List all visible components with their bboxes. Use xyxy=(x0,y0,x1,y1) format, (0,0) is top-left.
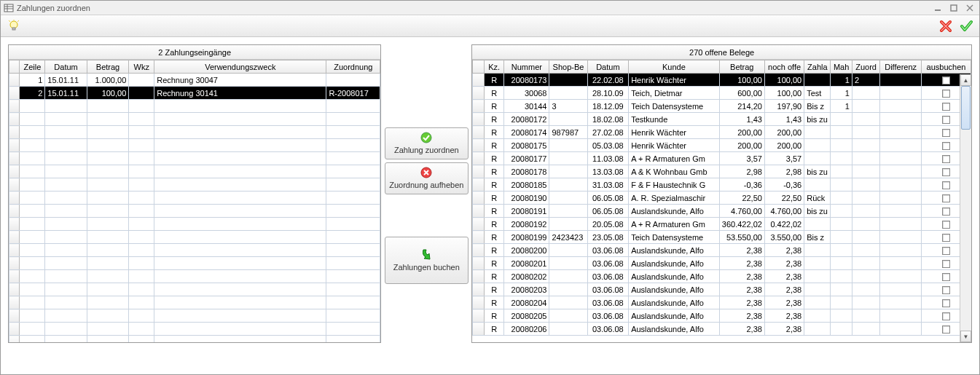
docs-col-2[interactable]: Shop-Be xyxy=(549,60,587,74)
ausbuchen-checkbox[interactable] xyxy=(942,90,950,98)
ausbuchen-checkbox[interactable] xyxy=(942,168,950,176)
ausbuchen-checkbox[interactable] xyxy=(942,299,950,307)
table-row[interactable] xyxy=(9,323,380,336)
maximize-button[interactable] xyxy=(947,3,960,13)
cancel-red-icon xyxy=(420,166,433,179)
table-row[interactable]: R2008019220.05.08A + R Armaturen Gm360.4… xyxy=(473,218,971,231)
table-row[interactable]: R2008020303.06.08Auslandskunde, Alfo2,38… xyxy=(473,283,971,296)
table-row[interactable] xyxy=(9,165,380,178)
action-column: Zahlung zuordnen Zuordnung aufheben Zahl… xyxy=(381,44,471,367)
scroll-track[interactable] xyxy=(960,86,971,331)
ausbuchen-checkbox[interactable] xyxy=(942,116,950,124)
confirm-button[interactable] xyxy=(957,17,975,35)
docs-col-6[interactable]: noch offe xyxy=(764,60,804,74)
vertical-scrollbar[interactable]: ▲ ▼ xyxy=(960,74,971,342)
svg-rect-5 xyxy=(951,5,957,11)
table-row[interactable] xyxy=(9,336,380,343)
payments-col-3[interactable]: Wkz xyxy=(129,60,154,74)
table-row[interactable] xyxy=(9,309,380,323)
table-row[interactable] xyxy=(9,296,380,309)
payments-col-1[interactable]: Datum xyxy=(45,60,87,74)
table-row[interactable]: R2008020503.06.08Auslandskunde, Alfo2,38… xyxy=(473,309,971,323)
table-row[interactable] xyxy=(9,244,380,257)
table-row[interactable]: R2008017711.03.08A + R Armaturen Gm3,573… xyxy=(473,152,971,165)
ausbuchen-checkbox[interactable] xyxy=(942,194,950,202)
table-row[interactable]: R2008020003.06.08Auslandskunde, Alfo2,38… xyxy=(473,244,971,257)
assign-payment-button[interactable]: Zahlung zuordnen xyxy=(385,127,469,159)
table-row[interactable]: R20080199242342323.05.08Teich Datensyste… xyxy=(473,231,971,244)
book-payments-button[interactable]: Zahlungen buchen xyxy=(385,237,469,284)
payments-col-0[interactable]: Zeile xyxy=(20,60,45,74)
ausbuchen-checkbox[interactable] xyxy=(942,103,950,111)
ausbuchen-checkbox[interactable] xyxy=(942,260,950,268)
docs-col-5[interactable]: Betrag xyxy=(719,60,764,74)
ausbuchen-checkbox[interactable] xyxy=(942,247,950,255)
unassign-payment-button[interactable]: Zuordnung aufheben xyxy=(385,162,469,194)
hint-button[interactable] xyxy=(5,17,23,35)
table-row[interactable]: R2008017498798727.02.08Henrik Wächter200… xyxy=(473,126,971,139)
payments-table[interactable]: ZeileDatumBetragWkzVerwendungszweckZuord… xyxy=(9,60,380,342)
table-row[interactable] xyxy=(9,178,380,192)
docs-col-4[interactable]: Kunde xyxy=(629,60,720,74)
table-row[interactable]: 115.01.111.000,00Rechnung 30047 xyxy=(9,74,380,87)
ausbuchen-checkbox[interactable] xyxy=(942,221,950,229)
docs-col-11[interactable]: ausbuchen xyxy=(921,60,971,74)
ausbuchen-checkbox[interactable] xyxy=(942,273,950,281)
table-row[interactable] xyxy=(9,205,380,218)
ausbuchen-checkbox[interactable] xyxy=(942,286,950,294)
table-row[interactable] xyxy=(9,100,380,113)
table-row[interactable] xyxy=(9,126,380,139)
ausbuchen-checkbox[interactable] xyxy=(942,76,950,84)
table-row[interactable]: R2008020403.06.08Auslandskunde, Alfo2,38… xyxy=(473,296,971,309)
ausbuchen-checkbox[interactable] xyxy=(942,312,950,320)
ausbuchen-checkbox[interactable] xyxy=(942,208,950,216)
ausbuchen-checkbox[interactable] xyxy=(942,325,950,333)
scroll-thumb[interactable] xyxy=(961,86,971,130)
close-button[interactable] xyxy=(963,3,976,13)
table-row[interactable]: R2008020603.06.08Auslandskunde, Alfo2,38… xyxy=(473,323,971,336)
table-row[interactable]: R2008017322.02.08Henrik Wächter100,00100… xyxy=(473,74,971,87)
table-row[interactable]: R2008018531.03.08F & F Haustechnik G-0,3… xyxy=(473,178,971,192)
ausbuchen-checkbox[interactable] xyxy=(942,181,950,189)
minimize-button[interactable] xyxy=(931,3,944,13)
ausbuchen-checkbox[interactable] xyxy=(942,142,950,150)
table-row[interactable]: R2008017505.03.08Henrik Wächter200,00200… xyxy=(473,139,971,152)
open-documents-table[interactable]: Kz.NummerShop-BeDatumKundeBetragnoch off… xyxy=(472,60,971,336)
table-row[interactable]: R2008017813.03.08A & K Wohnbau Gmb2,982,… xyxy=(473,165,971,178)
table-row[interactable]: R30144318.12.09Teich Datensysteme214,201… xyxy=(473,100,971,113)
table-row[interactable]: R2008020203.06.08Auslandskunde, Alfo2,38… xyxy=(473,270,971,283)
table-row[interactable]: 215.01.11100,00Rechnung 30141R-2008017 xyxy=(9,87,380,100)
svg-rect-9 xyxy=(12,28,15,30)
table-row[interactable]: R3006828.10.09Teich, Dietmar600,00100,00… xyxy=(473,87,971,100)
docs-col-10[interactable]: Differenz xyxy=(880,60,922,74)
docs-col-8[interactable]: Mah xyxy=(831,60,852,74)
scroll-up-button[interactable]: ▲ xyxy=(960,74,971,86)
table-row[interactable] xyxy=(9,257,380,270)
table-row[interactable] xyxy=(9,218,380,231)
window: Zahlungen zuordnen 2 Zahlungseingänge xyxy=(0,0,980,375)
docs-col-1[interactable]: Nummer xyxy=(504,60,549,74)
ausbuchen-checkbox[interactable] xyxy=(942,129,950,137)
table-row[interactable]: R2008019006.05.08A. R. Spezialmaschir22,… xyxy=(473,192,971,205)
docs-col-0[interactable]: Kz. xyxy=(485,60,504,74)
ausbuchen-checkbox[interactable] xyxy=(942,155,950,163)
table-row[interactable] xyxy=(9,113,380,126)
table-row[interactable] xyxy=(9,283,380,296)
table-row[interactable] xyxy=(9,270,380,283)
table-row[interactable] xyxy=(9,152,380,165)
table-row[interactable]: R2008017218.02.08Testkunde1,431,43bis zu xyxy=(473,113,971,126)
table-row[interactable] xyxy=(9,231,380,244)
docs-col-9[interactable]: Zuord xyxy=(852,60,879,74)
payments-col-2[interactable]: Betrag xyxy=(87,60,129,74)
docs-col-3[interactable]: Datum xyxy=(587,60,629,74)
table-row[interactable]: R2008019106.05.08Auslandskunde, Alfo4.76… xyxy=(473,205,971,218)
payments-col-4[interactable]: Verwendungszweck xyxy=(154,60,326,74)
ausbuchen-checkbox[interactable] xyxy=(942,234,950,242)
table-row[interactable]: R2008020103.06.08Auslandskunde, Alfo2,38… xyxy=(473,257,971,270)
cancel-button[interactable] xyxy=(937,17,954,35)
payments-col-5[interactable]: Zuordnung xyxy=(326,60,380,74)
scroll-down-button[interactable]: ▼ xyxy=(960,331,971,342)
docs-col-7[interactable]: Zahla xyxy=(804,60,831,74)
table-row[interactable] xyxy=(9,139,380,152)
table-row[interactable] xyxy=(9,192,380,205)
